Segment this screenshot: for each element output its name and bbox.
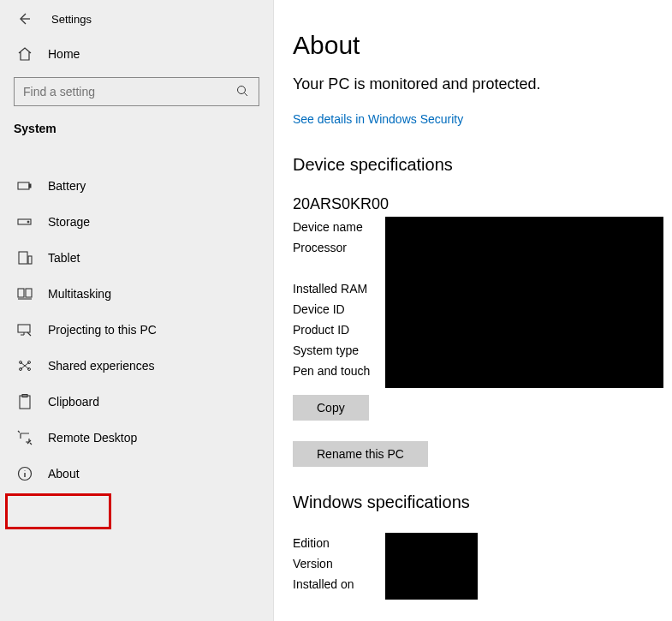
svg-rect-7	[18, 289, 24, 297]
security-link[interactable]: See details in Windows Security	[293, 112, 463, 126]
sidebar-item-label: Multitasking	[48, 287, 111, 301]
sidebar-item-projecting[interactable]: Projecting to this PC	[0, 312, 273, 348]
category-label: System	[0, 122, 273, 144]
projecting-icon	[17, 322, 33, 337]
svg-rect-5	[19, 252, 27, 264]
svg-rect-1	[18, 182, 29, 189]
home-icon	[17, 46, 33, 62]
spec-label: Version	[293, 553, 387, 574]
main-content: About Your PC is monitored and protected…	[274, 0, 672, 621]
spec-label: Edition	[293, 533, 387, 553]
sidebar-item-label: Remote Desktop	[48, 431, 137, 445]
sidebar-item-label: Battery	[48, 179, 86, 193]
spec-label: Product ID	[293, 319, 387, 340]
highlight-annotation	[5, 493, 111, 529]
sidebar: Settings Home System Battery Storage	[0, 0, 274, 621]
search-container	[0, 77, 273, 122]
about-icon	[17, 466, 33, 481]
svg-rect-8	[26, 289, 32, 297]
spec-label: Installed on	[293, 574, 387, 594]
sidebar-item-label: Projecting to this PC	[48, 323, 157, 337]
spec-label: Device ID	[293, 299, 387, 319]
sidebar-item-tablet[interactable]: Tablet	[0, 240, 273, 276]
spec-label: Pen and touch	[293, 361, 387, 381]
svg-rect-9	[18, 325, 30, 332]
windows-spec-table: Edition Version Installed on	[293, 533, 662, 594]
spec-label: System type	[293, 340, 387, 361]
spec-label: Device name	[293, 217, 387, 237]
clipboard-icon	[17, 394, 33, 409]
home-label: Home	[48, 47, 80, 61]
sidebar-item-about[interactable]: About	[0, 456, 273, 492]
win-spec-title: Windows specifications	[293, 493, 662, 512]
svg-point-0	[238, 87, 246, 94]
device-spec-table: Device name Processor Installed RAM Devi…	[293, 217, 662, 381]
battery-icon	[17, 178, 33, 194]
tablet-icon	[17, 250, 33, 266]
remote-icon	[17, 430, 33, 445]
sidebar-item-label: About	[48, 467, 80, 481]
spec-label: Installed RAM	[293, 278, 387, 299]
sidebar-item-remote[interactable]: Remote Desktop	[0, 420, 273, 456]
sidebar-item-label: Shared experiences	[48, 359, 155, 373]
copy-button[interactable]: Copy	[293, 395, 369, 421]
svg-rect-6	[28, 256, 32, 264]
redacted-windows-values	[385, 533, 478, 600]
sidebar-item-label: Clipboard	[48, 395, 99, 409]
sidebar-item-label: Tablet	[48, 251, 80, 265]
protection-status: Your PC is monitored and protected.	[293, 75, 662, 93]
search-box[interactable]	[14, 77, 259, 106]
svg-rect-2	[29, 184, 31, 188]
storage-icon	[17, 214, 33, 230]
window-title: Settings	[51, 13, 92, 26]
home-button[interactable]: Home	[0, 38, 273, 77]
device-spec-title: Device specifications	[293, 155, 662, 175]
sidebar-item-multitasking[interactable]: Multitasking	[0, 276, 273, 312]
spec-label: Processor	[293, 237, 387, 258]
back-icon[interactable]	[17, 12, 31, 26]
shared-icon	[17, 358, 33, 373]
sidebar-item-label: Storage	[48, 215, 90, 229]
sidebar-item-storage[interactable]: Storage	[0, 204, 273, 240]
sidebar-item-shared[interactable]: Shared experiences	[0, 348, 273, 384]
svg-point-4	[27, 221, 29, 223]
page-title: About	[293, 31, 662, 60]
sidebar-item-clipboard[interactable]: Clipboard	[0, 384, 273, 420]
titlebar: Settings	[0, 9, 273, 38]
search-input[interactable]	[23, 85, 216, 99]
search-icon	[236, 85, 250, 99]
rename-button[interactable]: Rename this PC	[293, 441, 428, 467]
nav-list: Battery Storage Tablet Multitasking Proj…	[0, 168, 273, 492]
redacted-device-values	[385, 217, 663, 388]
multitasking-icon	[17, 286, 33, 302]
sidebar-item-battery[interactable]: Battery	[0, 168, 273, 204]
device-model: 20ARS0KR00	[293, 195, 662, 213]
svg-rect-14	[20, 396, 30, 409]
